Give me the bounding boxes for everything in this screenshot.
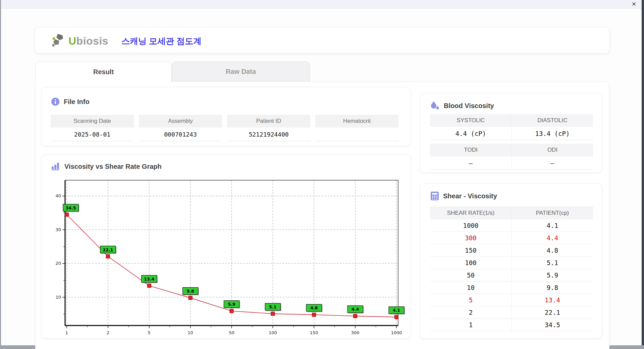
shear-viscosity-table: SHEAR RATE(1/s) PATIENT(cp) 10004.13004.… [430,206,593,331]
svg-text:13.4: 13.4 [144,277,154,282]
viscosity-chart: 102030401251050100150300100034.522.113.4… [42,155,411,338]
blood-viscosity-card: Blood Viscosity SYSTOLIC DIASTOLIC 4.4 (… [420,93,602,173]
diastolic-value: 13.4 (cP) [512,127,593,140]
table-row: 109.8 [430,282,593,294]
patient-viscosity-cell: 13.4 [512,294,593,306]
ubiosis-logo-icon [51,33,66,49]
brand-logo: Ubiosis [51,33,108,49]
patient-viscosity-cell: 22.1 [512,306,593,319]
file-info-card: File Info Scanning Date 2025-08-01 Assem… [41,87,411,146]
shear-rate-cell: 100 [430,257,512,269]
table-body: 10004.13004.41504.81005.1505.9109.8513.4… [430,219,593,331]
tab-raw-data[interactable]: Raw Data [172,61,310,82]
info-icon [51,97,60,106]
patient-viscosity-cell: 34.5 [512,319,593,331]
patient-viscosity-cell: 9.8 [512,282,593,294]
patient-viscosity-cell: 4.4 [512,232,593,244]
tab-result[interactable]: Result [35,61,172,82]
odi-header: ODI [512,144,593,156]
systolic-diastolic-table: SYSTOLIC DIASTOLIC 4.4 (cP) 13.4 (cP) [430,114,593,140]
patient-viscosity-cell: 5.9 [512,269,593,282]
field-hematocrit: Hematocrit [315,115,398,141]
shear-rate-cell: 1 [430,319,512,331]
svg-text:1000: 1000 [391,330,402,335]
svg-text:22.1: 22.1 [103,247,113,252]
patient-viscosity-cell: 4.8 [512,244,593,257]
table-row: 134.5 [430,319,593,331]
close-icon[interactable]: ✕ [630,1,638,8]
table-row: 505.9 [430,269,593,282]
hematocrit-value [315,128,398,141]
viscosity-graph-card: Viscosity vs Shear Rate Graph 1020304012… [41,154,411,339]
svg-text:34.5: 34.5 [66,205,76,210]
window-titlebar: ✕ [1,0,642,9]
todi-odi-table: TODI ODI – – [430,144,593,170]
window-border-right [642,0,644,349]
odi-value: – [512,156,593,170]
svg-text:40: 40 [55,193,61,198]
shear-rate-cell: 300 [430,232,512,244]
scanning-date-value: 2025-08-01 [51,128,134,141]
shear-viscosity-title: Shear - Viscosity [430,191,497,201]
calculator-icon [430,191,439,201]
todi-header: TODI [430,144,512,156]
patient-viscosity-cell: 5.1 [512,257,593,269]
shear-rate-cell: 1000 [430,219,512,232]
brand-name: Ubiosis [68,35,108,47]
svg-text:20: 20 [55,261,61,266]
svg-text:4.4: 4.4 [352,307,359,312]
window-border-left [0,0,1,349]
shear-rate-cell: 10 [430,282,512,294]
patient-column-header: PATIENT(cp) [512,206,593,219]
svg-text:4.8: 4.8 [310,305,318,310]
table-row: 513.4 [430,294,593,306]
table-row: 3004.4 [430,232,593,244]
systolic-value: 4.4 (cP) [430,127,512,140]
field-assembly: Assembly 000701243 [139,115,222,141]
blood-viscosity-title: Blood Viscosity [430,101,494,111]
shear-rate-cell: 2 [430,306,512,319]
field-scanning-date: Scanning Date 2025-08-01 [51,115,134,141]
svg-text:9.8: 9.8 [187,289,194,294]
svg-text:30: 30 [55,227,61,232]
table-row: 10004.1 [430,219,593,232]
app-window: ✕ Ubiosis 스캐닝 모세관 점도계 Result Raw Data [0,0,644,349]
systolic-header: SYSTOLIC [430,114,512,127]
svg-text:50: 50 [229,330,234,335]
svg-text:100: 100 [269,330,277,335]
svg-text:10: 10 [55,295,61,300]
assembly-value: 000701243 [139,128,222,141]
main-content: File Info Scanning Date 2025-08-01 Assem… [35,82,609,349]
svg-text:2: 2 [107,330,109,335]
page-title: 스캐닝 모세관 점도계 [121,36,202,47]
svg-text:4.1: 4.1 [393,308,400,313]
table-header-row: SHEAR RATE(1/s) PATIENT(cp) [430,206,593,219]
svg-text:5.1: 5.1 [269,304,276,309]
patient-id-value: 52121924400 [227,128,310,141]
shear-viscosity-card: Shear - Viscosity SHEAR RATE(1/s) PATIEN… [420,184,602,339]
patient-viscosity-cell: 4.1 [512,219,593,232]
svg-text:150: 150 [310,330,318,335]
svg-text:1: 1 [65,330,68,335]
svg-text:300: 300 [351,330,360,335]
svg-text:5: 5 [148,330,151,335]
svg-text:10: 10 [187,330,193,335]
todi-value: – [430,156,512,170]
file-info-title: File Info [51,97,90,106]
file-info-fields: Scanning Date 2025-08-01 Assembly 000701… [51,115,403,141]
droplets-icon [430,101,440,111]
table-row: 1005.1 [430,257,593,269]
shear-rate-column-header: SHEAR RATE(1/s) [430,206,512,219]
header: Ubiosis 스캐닝 모세관 점도계 [35,27,610,53]
shear-rate-cell: 50 [430,269,512,282]
table-row: 222.1 [430,306,593,319]
svg-text:5.9: 5.9 [228,302,235,307]
shear-rate-cell: 150 [430,244,512,257]
diastolic-header: DIASTOLIC [512,114,593,127]
field-patient-id: Patient ID 52121924400 [227,115,310,141]
shear-rate-cell: 5 [430,294,512,306]
table-row: 1504.8 [430,244,593,257]
